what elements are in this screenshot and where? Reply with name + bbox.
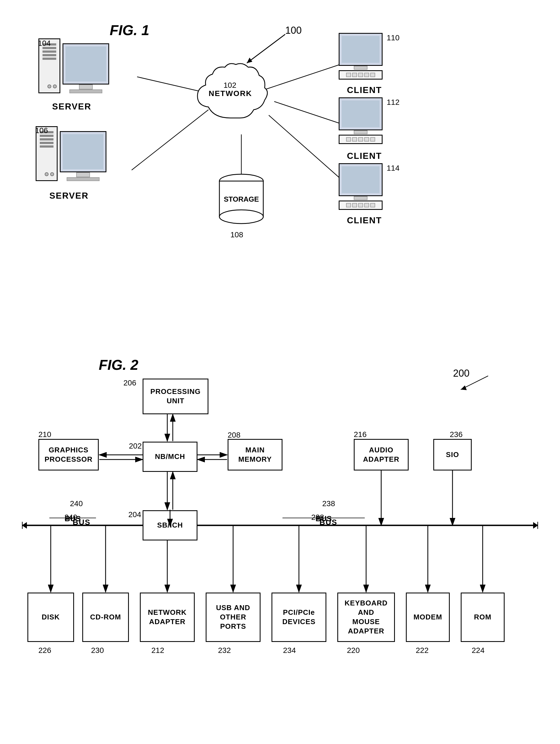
ref-232: 232 [218,646,231,655]
block-network-adapter: NETWORKADAPTER [140,593,195,642]
storage-cylinder: STORAGE [217,173,266,225]
svg-line-4 [266,65,340,89]
label-client1: CLIENT [347,85,382,95]
block-main-memory: MAINMEMORY [228,439,282,471]
ref-202: 202 [129,442,142,450]
label-sio: SIO [446,450,459,459]
fig1-diagram: FIG. 1 100 [22,16,538,332]
svg-marker-51 [461,385,467,390]
block-processing-unit: PROCESSINGUNIT [143,379,208,414]
ref-106: 106 [35,126,48,135]
label-disk: DISK [42,612,60,622]
svg-line-6 [269,115,340,178]
client3-illustration [339,163,383,210]
label-usb: USB ANDOTHERPORTS [216,603,250,631]
svg-point-11 [219,210,263,224]
ref-210: 210 [38,430,51,439]
fig2-title: FIG. 2 [99,357,138,373]
ref-206: 206 [123,379,136,387]
label-pci: PCI/PCIeDEVICES [282,608,315,627]
ref-200: 200 [453,368,470,379]
ref-204: 204 [128,510,141,519]
svg-text:238: 238 [322,499,335,508]
ref-212: 212 [151,646,164,655]
block-audio: AUDIOADAPTER [354,439,409,471]
label-keyboard: KEYBOARDANDMOUSEADAPTER [345,599,388,636]
block-sb-ich: SB/ICH [143,510,197,541]
block-rom: ROM [461,593,505,642]
ref-102: 102 [224,81,236,90]
label-graphics: GRAPHICSPROCESSOR [44,446,92,464]
label-bus-right: BUS [319,518,337,527]
label-rom: ROM [474,612,491,622]
block-graphics: GRAPHICSPROCESSOR [38,439,99,471]
label-modem: MODEM [413,612,442,622]
label-proc: PROCESSINGUNIT [150,387,200,406]
block-usb: USB ANDOTHERPORTS [206,593,261,642]
ref-236: 236 [450,430,463,439]
ref-230: 230 [91,646,104,655]
block-pci: PCI/PCIeDEVICES [272,593,326,642]
label-server1: SERVER [52,102,91,112]
client1-illustration [339,33,383,80]
ref-108: 108 [230,230,243,239]
ref-226: 226 [38,646,51,655]
label-bus-left: BUS [73,518,90,527]
label-server2: SERVER [49,191,89,201]
label-mem: MAINMEMORY [238,446,272,464]
ref-220: 220 [347,646,360,655]
ref-222: 222 [416,646,429,655]
block-nb-mch: NB/MCH [143,442,197,472]
block-sio: SIO [433,439,472,471]
fig2-diagram: FIG. 2 200 PROCESSINGUNIT 206 NB/MCH 202… [22,354,538,738]
ref-234: 234 [283,646,296,655]
ref-100: 100 [285,25,302,36]
label-nb: NB/MCH [155,452,185,461]
ref-224: 224 [472,646,485,655]
svg-text:240: 240 [70,499,83,508]
network-cloud: NETWORK [192,60,269,126]
ref-110: 110 [387,34,400,42]
block-modem: MODEM [406,593,450,642]
block-cdrom: CD-ROM [82,593,129,642]
ref-208: 208 [228,431,241,440]
svg-text:STORAGE: STORAGE [224,195,259,203]
label-client2: CLIENT [347,151,382,161]
label-sb: SB/ICH [157,521,183,530]
label-cdrom: CD-ROM [90,612,121,622]
svg-marker-31 [22,522,27,529]
page: FIG. 1 100 [0,0,560,744]
ref-216: 216 [354,430,367,439]
ref-112: 112 [387,98,400,107]
label-audio: AUDIOADAPTER [363,446,400,464]
block-keyboard: KEYBOARDANDMOUSEADAPTER [337,593,395,642]
svg-text:NETWORK: NETWORK [209,89,252,98]
ref-114: 114 [387,164,400,173]
ref-104: 104 [38,39,51,48]
svg-line-5 [274,102,340,123]
fig1-title: FIG. 1 [110,22,149,38]
svg-marker-32 [533,522,538,529]
block-disk: DISK [28,593,74,642]
svg-line-0 [247,34,285,63]
client2-illustration [339,98,383,144]
label-client3: CLIENT [347,215,382,225]
label-net: NETWORKADAPTER [148,608,187,627]
